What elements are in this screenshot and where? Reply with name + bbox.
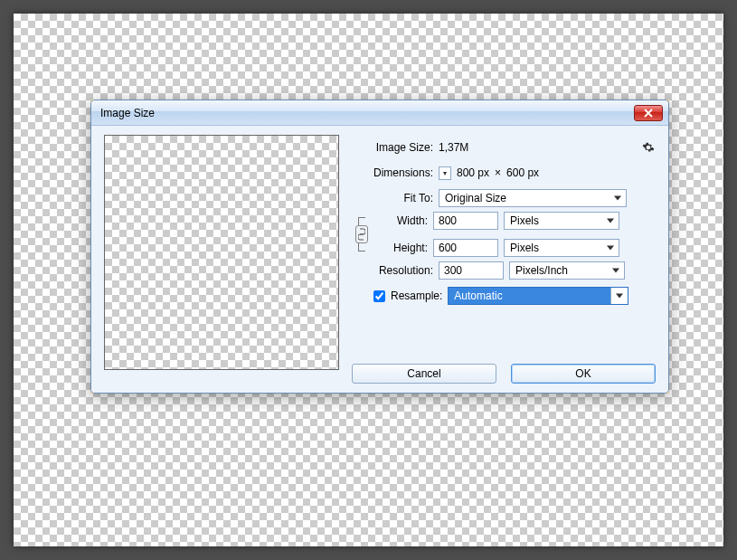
constrain-proportions[interactable] xyxy=(352,211,372,258)
resolution-input[interactable] xyxy=(439,261,504,280)
height-unit-select[interactable]: Pixels xyxy=(504,239,619,257)
resample-mode-select[interactable]: Automatic xyxy=(448,287,628,305)
resolution-unit-value: Pixels/Inch xyxy=(515,264,568,277)
height-input[interactable] xyxy=(433,239,498,257)
width-unit-value: Pixels xyxy=(510,214,539,227)
dimensions-separator: × xyxy=(495,166,501,179)
height-unit-value: Pixels xyxy=(510,242,539,254)
width-unit-select[interactable]: Pixels xyxy=(504,212,619,230)
preview-thumbnail xyxy=(104,135,339,370)
dimensions-unit-toggle[interactable]: ▾ xyxy=(439,166,451,180)
resolution-unit-select[interactable]: Pixels/Inch xyxy=(509,261,625,280)
image-size-value: 1,37M xyxy=(439,141,468,154)
resolution-label: Resolution: xyxy=(352,264,433,277)
link-icon xyxy=(355,225,368,243)
width-input[interactable] xyxy=(433,212,498,230)
dimensions-width: 800 px xyxy=(457,166,489,179)
dimensions-height: 600 px xyxy=(506,166,539,179)
image-size-label: Image Size: xyxy=(352,141,433,154)
cancel-button[interactable]: Cancel xyxy=(352,364,496,384)
chevron-down-icon xyxy=(616,294,623,299)
dimensions-label: Dimensions: xyxy=(352,166,433,179)
gear-icon[interactable] xyxy=(641,140,656,155)
resample-mode-value: Automatic xyxy=(454,289,502,302)
resample-checkbox[interactable] xyxy=(373,290,385,302)
ok-button-label: OK xyxy=(575,367,591,380)
chevron-down-icon xyxy=(607,246,614,251)
dialog-title: Image Size xyxy=(100,107,155,119)
chevron-down-icon xyxy=(607,219,614,223)
ok-button[interactable]: OK xyxy=(511,364,656,384)
width-label: Width: xyxy=(372,214,428,227)
cancel-button-label: Cancel xyxy=(407,367,440,380)
image-size-dialog: Image Size Image Size: 1,37M Dimensions: xyxy=(90,100,669,394)
close-icon xyxy=(644,109,653,118)
fit-to-label: Fit To: xyxy=(352,192,433,204)
dialog-titlebar[interactable]: Image Size xyxy=(91,100,668,126)
chevron-down-icon xyxy=(614,196,621,201)
chevron-down-icon xyxy=(612,269,619,273)
resample-label: Resample: xyxy=(391,289,442,302)
close-button[interactable] xyxy=(634,105,663,121)
fit-to-value: Original Size xyxy=(445,192,506,204)
height-label: Height: xyxy=(372,242,428,254)
fit-to-select[interactable]: Original Size xyxy=(439,189,627,207)
